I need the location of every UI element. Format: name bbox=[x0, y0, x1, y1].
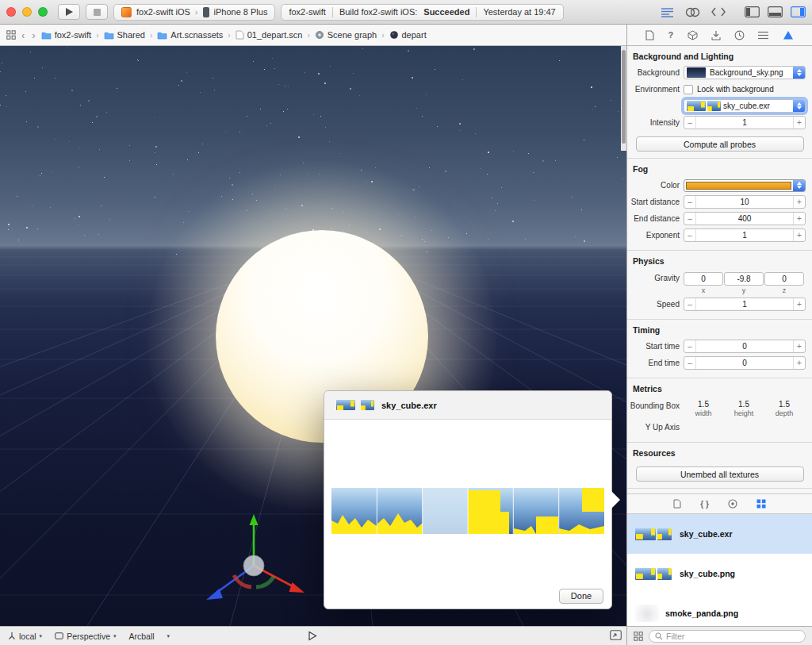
background-combo[interactable]: Background_sky.png bbox=[684, 66, 806, 79]
folder-icon bbox=[157, 31, 167, 40]
camera-label: Perspective bbox=[67, 632, 110, 641]
bounding-box-row: Bounding Box 1.5 width 1.5 height bbox=[627, 397, 812, 419]
list-item[interactable]: sky_cube.png bbox=[627, 554, 812, 593]
scheme-selector[interactable]: fox2-swift iOS › iPhone 8 Plus bbox=[113, 4, 275, 21]
tab-quick-help[interactable]: ? bbox=[668, 30, 674, 40]
unembed-all-textures-button[interactable]: Unembed all textures bbox=[636, 466, 804, 482]
tab-physics-inspector[interactable] bbox=[734, 30, 745, 40]
debug-area-panel-icon[interactable] bbox=[768, 6, 783, 17]
tab-file-inspector[interactable] bbox=[645, 30, 654, 40]
cubemap-thumbnail-small bbox=[657, 568, 672, 580]
decrement-icon[interactable]: – bbox=[684, 357, 696, 369]
play-scene-button[interactable] bbox=[308, 631, 317, 643]
xcode-window: fox2-swift iOS › iPhone 8 Plus fox2-swif… bbox=[0, 0, 812, 645]
gravity-z-field[interactable]: 0 bbox=[764, 272, 804, 286]
minimize-button[interactable] bbox=[22, 7, 32, 17]
filter-field[interactable] bbox=[649, 630, 806, 643]
related-items-icon[interactable] bbox=[6, 30, 16, 40]
forward-icon[interactable]: › bbox=[30, 29, 36, 41]
decrement-icon[interactable]: – bbox=[684, 117, 696, 129]
filter-input[interactable] bbox=[666, 632, 799, 641]
inspector-tabs: ? bbox=[627, 25, 812, 46]
tab-scene-inspector-selected[interactable] bbox=[783, 30, 794, 40]
end-time-stepper[interactable]: – 0 + bbox=[684, 356, 806, 370]
breadcrumb-artassets[interactable]: Art.scnassets bbox=[157, 30, 223, 40]
increment-icon[interactable]: + bbox=[793, 298, 805, 310]
decrement-icon[interactable]: – bbox=[684, 298, 696, 310]
scrollbar-thumb[interactable] bbox=[622, 50, 626, 144]
decrement-icon[interactable]: – bbox=[684, 213, 696, 225]
scheme-name: fox2-swift iOS bbox=[136, 7, 190, 17]
environment-combo[interactable]: sky_cube.exr bbox=[684, 99, 806, 113]
decrement-icon[interactable]: – bbox=[684, 340, 696, 352]
chevron-down-icon: ▾ bbox=[113, 633, 117, 639]
increment-icon[interactable]: + bbox=[793, 229, 805, 241]
start-time-row: Start time – 0 + bbox=[627, 338, 812, 355]
overlay-toggle-icon[interactable] bbox=[610, 630, 622, 642]
section-timing: Timing Start time – 0 + End time bbox=[627, 320, 812, 378]
intensity-stepper[interactable]: – 1 + bbox=[684, 116, 806, 129]
lock-with-background-checkbox[interactable] bbox=[684, 85, 693, 94]
gravity-x-field-group: 0 x bbox=[684, 272, 723, 294]
stop-button[interactable] bbox=[86, 4, 108, 20]
status-build-result: Succeeded bbox=[423, 7, 469, 17]
breadcrumb-shared[interactable]: Shared bbox=[104, 30, 145, 40]
camera-selector[interactable]: Perspective ▾ bbox=[55, 632, 116, 641]
axes-gizmo[interactable] bbox=[194, 510, 321, 613]
fog-exponent-stepper[interactable]: – 1 + bbox=[684, 228, 806, 242]
decrement-icon[interactable]: – bbox=[684, 196, 696, 208]
speed-label: Speed bbox=[627, 300, 680, 309]
combo-stepper-icon bbox=[793, 180, 805, 191]
section-resources: Resources Unembed all textures bbox=[627, 443, 812, 489]
speed-row: Speed – 1 + bbox=[627, 296, 812, 313]
inspector-panel-icon[interactable] bbox=[791, 6, 806, 17]
chevron-down-icon[interactable]: ▾ bbox=[167, 633, 170, 639]
library-tab-file[interactable] bbox=[673, 499, 681, 509]
increment-icon[interactable]: + bbox=[793, 357, 805, 369]
breadcrumb-project[interactable]: fox2-swift bbox=[41, 30, 91, 40]
speed-stepper[interactable]: – 1 + bbox=[684, 298, 806, 311]
increment-icon[interactable]: + bbox=[793, 117, 805, 129]
version-editor-icon[interactable] bbox=[711, 7, 726, 17]
breadcrumb-node[interactable]: depart bbox=[389, 30, 427, 40]
increment-icon[interactable]: + bbox=[793, 340, 805, 352]
increment-icon[interactable]: + bbox=[793, 196, 805, 208]
decrement-icon[interactable]: – bbox=[684, 229, 696, 241]
done-button[interactable]: Done bbox=[559, 589, 603, 604]
node-space-selector[interactable]: local ▾ bbox=[8, 632, 42, 641]
library-tab-objects-selected[interactable] bbox=[756, 499, 766, 509]
cubemap-thumbnail bbox=[635, 568, 656, 580]
close-button[interactable] bbox=[6, 7, 16, 17]
fog-end-stepper[interactable]: – 400 + bbox=[684, 212, 806, 225]
popover-body bbox=[324, 420, 611, 583]
navigator-panel-icon[interactable] bbox=[745, 6, 760, 17]
grid-view-icon[interactable] bbox=[634, 632, 643, 641]
tab-list-inspector[interactable] bbox=[758, 31, 768, 40]
run-button[interactable] bbox=[58, 4, 80, 20]
gravity-x-field[interactable]: 0 bbox=[684, 272, 723, 286]
increment-icon[interactable]: + bbox=[793, 213, 805, 225]
gravity-z-field-group: 0 z bbox=[764, 272, 804, 294]
compute-all-probes-button[interactable]: Compute all probes bbox=[636, 136, 804, 152]
zoom-button[interactable] bbox=[38, 7, 48, 17]
breadcrumb-scene-file[interactable]: 01_depart.scn bbox=[236, 30, 303, 40]
scene-inspector: Background and Lighting Background Backg… bbox=[627, 46, 812, 489]
list-item[interactable]: smoke_panda.png bbox=[627, 593, 812, 626]
standard-editor-icon[interactable] bbox=[661, 7, 674, 17]
tab-attributes-inspector[interactable] bbox=[711, 30, 721, 40]
library-tab-snippets[interactable]: { } bbox=[700, 500, 709, 509]
fog-color-well[interactable] bbox=[684, 179, 806, 192]
tab-node-inspector[interactable] bbox=[688, 30, 698, 40]
breadcrumb-scene-graph[interactable]: Scene graph bbox=[315, 30, 377, 40]
assistant-editor-icon[interactable] bbox=[685, 7, 700, 17]
fog-start-stepper[interactable]: – 10 + bbox=[684, 195, 806, 209]
gravity-y-field[interactable]: -9.8 bbox=[724, 272, 764, 286]
smoke-thumbnail bbox=[635, 605, 659, 622]
library-tab-media[interactable] bbox=[728, 499, 737, 509]
start-time-stepper[interactable]: – 0 + bbox=[684, 340, 806, 353]
scene-viewport[interactable]: sky_cube.exr bbox=[0, 46, 626, 626]
utilities-area: ? Ba bbox=[626, 25, 812, 645]
list-item[interactable]: sky_cube.exr bbox=[627, 514, 812, 554]
navigation-mode-selector[interactable]: Arcball bbox=[129, 632, 155, 641]
back-icon[interactable]: ‹ bbox=[20, 29, 26, 41]
